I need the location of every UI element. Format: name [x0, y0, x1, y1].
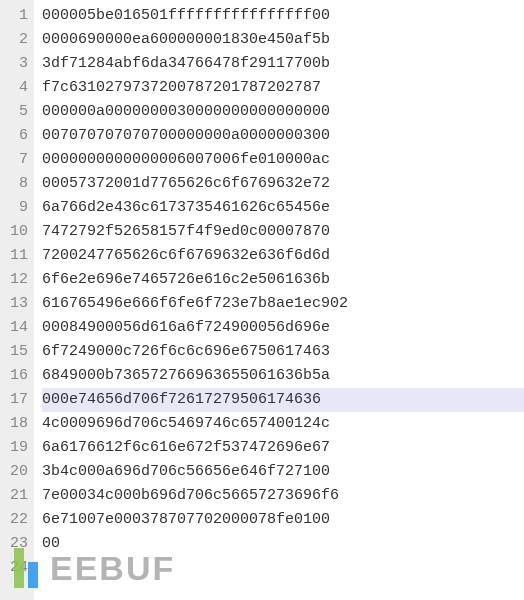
line-number: 7: [0, 148, 28, 172]
code-editor: 123456789101112131415161718192021222324 …: [0, 0, 524, 600]
code-content[interactable]: 000005be016501ffffffffffffffff0000006900…: [34, 0, 524, 600]
line-number: 14: [0, 316, 28, 340]
line-number-gutter: 123456789101112131415161718192021222324: [0, 0, 34, 600]
line-number: 18: [0, 412, 28, 436]
code-line[interactable]: 6f7249000c726f6c6c696e6750617463: [42, 340, 524, 364]
code-line[interactable]: 00084900056d616a6f724900056d696e: [42, 316, 524, 340]
code-line[interactable]: 4c0009696d706c5469746c657400124c: [42, 412, 524, 436]
code-line[interactable]: 007070707070700000000a0000000300: [42, 124, 524, 148]
code-line[interactable]: 0000000000000006007006fe010000ac: [42, 148, 524, 172]
code-line[interactable]: 7e00034c000b696d706c56657273696f6: [42, 484, 524, 508]
line-number: 19: [0, 436, 28, 460]
line-number: 16: [0, 364, 28, 388]
code-line[interactable]: 6f6e2e696e7465726e616c2e5061636b: [42, 268, 524, 292]
line-number: 1: [0, 4, 28, 28]
line-number: 17: [0, 388, 28, 412]
line-number: 13: [0, 292, 28, 316]
line-number: 10: [0, 220, 28, 244]
code-line[interactable]: 616765496e666f6fe6f723e7b8ae1ec902: [42, 292, 524, 316]
line-number: 12: [0, 268, 28, 292]
line-number: 21: [0, 484, 28, 508]
code-line[interactable]: 00057372001d7765626c6f6769632e72: [42, 172, 524, 196]
line-number: 2: [0, 28, 28, 52]
code-line[interactable]: 3df71284abf6da34766478f29117700b: [42, 52, 524, 76]
line-number: 22: [0, 508, 28, 532]
code-line[interactable]: 7200247765626c6f6769632e636f6d6d: [42, 244, 524, 268]
line-number: 15: [0, 340, 28, 364]
code-line[interactable]: 000e74656d706f72617279506174636: [42, 388, 524, 412]
code-line[interactable]: 000005be016501ffffffffffffffff00: [42, 4, 524, 28]
code-line[interactable]: 6a6176612f6c616e672f537472696e67: [42, 436, 524, 460]
code-line[interactable]: [42, 556, 524, 580]
code-line[interactable]: 000000a0000000030000000000000000: [42, 100, 524, 124]
line-number: 20: [0, 460, 28, 484]
code-line[interactable]: f7c6310279737200787201787202787: [42, 76, 524, 100]
line-number: 24: [0, 556, 28, 580]
code-line[interactable]: 3b4c000a696d706c56656e646f727100: [42, 460, 524, 484]
line-number: 11: [0, 244, 28, 268]
line-number: 8: [0, 172, 28, 196]
line-number: 4: [0, 76, 28, 100]
code-line[interactable]: 6e71007e000378707702000078fe0100: [42, 508, 524, 532]
line-number: 3: [0, 52, 28, 76]
code-line[interactable]: 6849000b736572766963655061636b5a: [42, 364, 524, 388]
code-line[interactable]: 0000690000ea600000001830e450af5b: [42, 28, 524, 52]
code-line[interactable]: 6a766d2e436c6173735461626c65456e: [42, 196, 524, 220]
line-number: 5: [0, 100, 28, 124]
code-line[interactable]: 7472792f52658157f4f9ed0c00007870: [42, 220, 524, 244]
line-number: 9: [0, 196, 28, 220]
code-line[interactable]: 00: [42, 532, 524, 556]
line-number: 6: [0, 124, 28, 148]
line-number: 23: [0, 532, 28, 556]
